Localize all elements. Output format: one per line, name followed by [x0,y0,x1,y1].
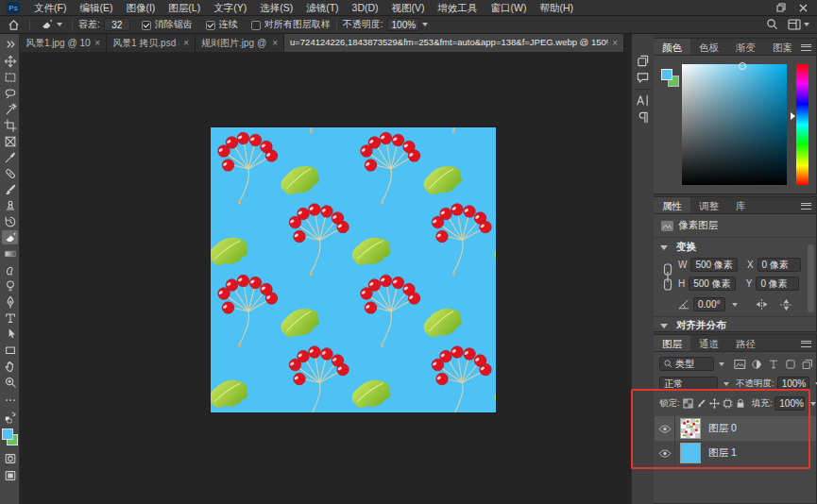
rectangle-tool[interactable] [2,343,18,357]
pen-tool[interactable] [2,294,18,309]
menu-filter[interactable]: 滤镜(T) [299,0,345,16]
visibility-toggle[interactable] [655,416,675,441]
menu-3d[interactable]: 3D(D) [346,0,385,16]
foreground-color-swatch[interactable] [661,69,672,80]
hue-slider-arrow[interactable] [791,112,795,120]
tab-color[interactable]: 颜色 [654,39,690,55]
type-tool[interactable] [2,311,18,325]
filter-adjustment-layers-icon[interactable] [749,357,764,371]
spot-healing-brush-tool[interactable] [2,166,18,180]
crop-tool[interactable] [2,118,18,132]
color-cursor[interactable] [739,62,746,70]
menu-edit[interactable]: 编辑(E) [73,0,119,16]
tab-libraries[interactable]: 库 [727,197,755,213]
hue-slider[interactable] [796,64,808,185]
restore-window-icon[interactable] [776,3,786,12]
menu-help[interactable]: 帮助(H) [534,0,581,16]
panel-menu-icon[interactable] [801,203,811,210]
history-brush-tool[interactable] [2,214,18,228]
filter-type-layers-icon[interactable] [766,357,781,371]
dodge-tool[interactable] [2,278,18,293]
tab-properties[interactable]: 属性 [654,197,690,213]
lock-all-icon[interactable] [736,396,745,411]
filter-smart-objects-icon[interactable] [800,357,815,371]
tab-close-icon[interactable]: × [612,38,618,48]
lock-image-pixels-icon[interactable] [696,396,706,411]
link-wh-icon[interactable] [661,261,674,294]
character-panel-icon[interactable] [636,93,651,109]
canvas-area[interactable] [20,52,631,504]
angle-input[interactable]: 0.00° [693,297,725,311]
menu-type[interactable]: 文字(Y) [207,0,253,16]
tolerance-input[interactable]: 32 [104,18,130,31]
layer-row-0[interactable]: 图层 0 [655,416,816,441]
panel-menu-icon[interactable] [801,341,811,347]
menu-layer[interactable]: 图层(L) [162,0,207,16]
quick-mask-icon[interactable] [2,451,18,465]
search-icon[interactable] [766,18,778,32]
move-tool[interactable] [2,54,18,68]
workspace-switcher-icon[interactable] [788,19,809,30]
contiguous-checkbox[interactable] [206,21,215,30]
tab-close-icon[interactable]: × [94,38,100,48]
saturation-brightness-field[interactable] [682,64,787,185]
width-input[interactable]: 500 像素 [690,258,737,272]
path-select-tool[interactable] [2,327,18,341]
flip-vertical-icon[interactable] [780,299,792,311]
document-tab-4-active[interactable]: u=724124226,1843873529&fm=253&fmt=auto&a… [284,34,624,52]
document-tab-1[interactable]: 风景1.jpg @ 100%(R... × [20,34,107,52]
tab-close-icon[interactable]: × [183,38,189,48]
menu-view[interactable]: 视图(V) [385,0,432,16]
tab-channels[interactable]: 通道 [690,335,727,351]
magic-wand-tool[interactable] [2,102,18,116]
panel-menu-icon[interactable] [801,44,811,51]
layer-name[interactable]: 图层 0 [708,422,737,435]
screen-mode-icon[interactable] [2,468,18,482]
layer-row-1[interactable]: 图层 1 [655,441,816,465]
y-input[interactable]: 0 像素 [756,277,799,291]
hand-tool[interactable] [2,359,18,373]
anti-alias-checkbox[interactable] [142,21,151,30]
tab-close-icon[interactable]: × [272,38,278,48]
blend-mode-select[interactable]: 正常 [659,377,718,391]
flip-horizontal-icon[interactable] [755,299,769,310]
home-icon[interactable] [4,19,24,31]
photoshop-logo-icon[interactable]: Ps [7,2,20,14]
lock-position-icon[interactable] [709,396,720,411]
tab-paths[interactable]: 路径 [727,335,764,351]
document-tab-2[interactable]: 风景1 拷贝.psd @ 1... × [107,34,196,52]
visibility-toggle[interactable] [655,441,675,465]
menu-select[interactable]: 选择(S) [253,0,299,16]
magic-eraser-tool-selected[interactable] [2,230,18,244]
tab-gradients[interactable]: 渐变 [727,39,764,55]
filter-shape-layers-icon[interactable] [783,357,798,371]
x-input[interactable]: 0 像素 [757,258,801,272]
menu-plugins[interactable]: 增效工具 [432,0,485,16]
frame-tool[interactable] [2,134,18,148]
lock-artboard-icon[interactable] [723,396,733,411]
opacity-input[interactable]: 100% [387,18,419,31]
filter-pixel-layers-icon[interactable] [732,357,747,371]
lasso-tool[interactable] [2,86,18,100]
menu-image[interactable]: 图像(I) [119,0,162,16]
edit-toolbar-ellipsis-icon[interactable] [2,393,18,407]
layer-thumbnail-blue[interactable] [680,443,701,463]
document-tab-3[interactable]: 规则图片.jpg @ 300... × [196,34,284,52]
layer-name[interactable]: 图层 1 [708,446,737,460]
smudge-tool[interactable] [2,262,18,277]
tab-patterns[interactable]: 图案 [764,39,801,55]
menu-window[interactable]: 窗口(W) [485,0,534,16]
tab-swatches[interactable]: 色板 [690,39,727,55]
paragraph-panel-icon[interactable] [636,110,651,126]
brush-tool[interactable] [2,182,18,196]
gradient-tool[interactable] [2,246,18,260]
eyedropper-tool[interactable] [2,150,18,164]
menu-file[interactable]: 文件(F) [27,0,73,16]
tab-adjustments[interactable]: 调整 [690,197,727,213]
toolbar-collapse-icon[interactable] [2,37,18,51]
history-panel-icon[interactable] [636,54,651,69]
fill-input[interactable]: 100% [774,396,805,411]
foreground-color-swatch[interactable] [2,428,13,440]
lock-transparent-pixels-icon[interactable] [683,396,693,411]
properties-scrollbar[interactable] [808,244,814,312]
